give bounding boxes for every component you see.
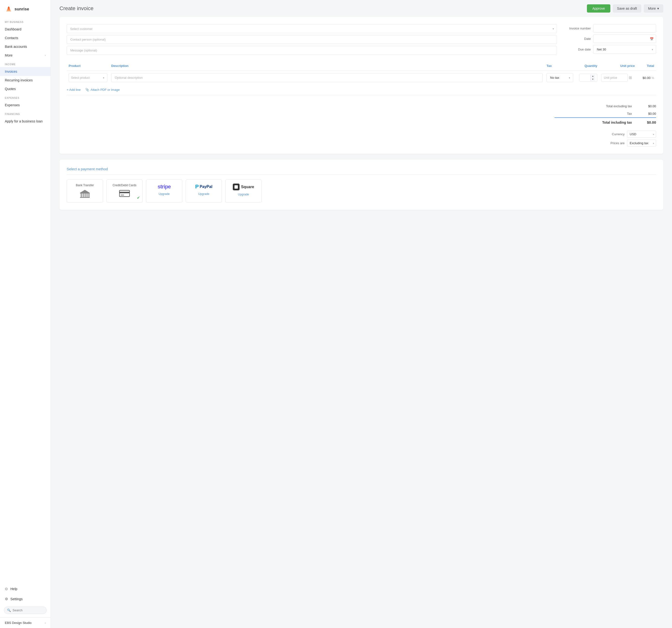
invoice-number-row: Invoice number 1 xyxy=(564,24,656,33)
invoice-card: ▾ Select customer Invoice number 1 Date xyxy=(59,17,663,154)
sidebar-item-expenses[interactable]: Expenses xyxy=(0,101,50,109)
date-row: Date 05/14/2019 📅 xyxy=(564,34,656,43)
square-icon xyxy=(233,183,240,190)
sidebar-item-contacts[interactable]: Contacts xyxy=(0,33,50,42)
date-input-wrapper: 05/14/2019 📅 xyxy=(593,34,656,43)
due-date-select-wrapper: Net 30 Net 15 Net 60 Due on receipt ▾ xyxy=(593,45,656,54)
stripe-upgrade-label[interactable]: Upgrade xyxy=(159,192,170,196)
payment-card-credit[interactable]: Credit/Debit Cards ✔ xyxy=(106,179,143,203)
search-icon: 🔍 xyxy=(7,608,11,612)
sidebar-item-more[interactable]: More › xyxy=(0,51,50,60)
paypal-upgrade-label[interactable]: Upgrade xyxy=(198,192,209,196)
table-actions: + Add line 📎 Attach PDF or image xyxy=(67,84,656,95)
sidebar-item-bank-accounts[interactable]: Bank accounts xyxy=(0,42,50,51)
invoice-meta: Invoice number 1 Date 05/14/2019 📅 Due d… xyxy=(564,24,656,54)
date-input[interactable]: 05/14/2019 xyxy=(593,34,656,43)
description-input[interactable] xyxy=(111,73,543,82)
paypal-p-icon: P xyxy=(195,183,199,190)
quantity-up-button[interactable]: ▲ xyxy=(591,75,595,78)
including-tax-value: $0.00 xyxy=(637,120,656,124)
invoice-number-label: Invoice number xyxy=(564,27,591,30)
due-date-select[interactable]: Net 30 Net 15 Net 60 Due on receipt xyxy=(593,45,656,54)
payment-section: Select a payment method Bank Transfer xyxy=(59,160,663,210)
excluding-tax-row: Total excluding tax $0.00 xyxy=(554,102,656,110)
payment-card-bank-transfer[interactable]: Bank Transfer xyxy=(67,179,103,203)
calculator-icon[interactable]: ⊞ xyxy=(629,75,632,80)
search-box[interactable]: 🔍 xyxy=(4,606,47,614)
square-inner xyxy=(235,185,238,189)
svg-rect-5 xyxy=(81,194,82,197)
square-upgrade-label[interactable]: Upgrade xyxy=(238,193,249,196)
svg-rect-13 xyxy=(121,195,124,195)
currency-select[interactable]: USD EUR GBP xyxy=(627,131,656,138)
logo-text: sunrise xyxy=(15,7,29,11)
col-quantity: Quantity xyxy=(575,62,599,71)
excluding-tax-label: Total excluding tax xyxy=(554,104,637,108)
svg-marker-1 xyxy=(6,8,11,11)
prices-are-select[interactable]: Excluding tax Including tax xyxy=(627,140,656,147)
header-actions: Approve Save as draft More ▾ xyxy=(587,4,663,12)
contact-person-input[interactable] xyxy=(67,35,557,44)
product-select[interactable] xyxy=(69,73,107,82)
due-date-row: Due date Net 30 Net 15 Net 60 Due on rec… xyxy=(564,45,656,54)
bank-transfer-icon xyxy=(79,190,90,199)
sidebar-item-help[interactable]: ⊙ Help xyxy=(0,584,50,594)
due-date-label: Due date xyxy=(564,48,591,51)
check-icon: ✔ xyxy=(137,195,140,200)
payment-card-paypal[interactable]: P PayPal Upgrade xyxy=(186,179,222,203)
payment-card-square[interactable]: Square Upgrade xyxy=(225,179,262,203)
currency-row: Currency USD EUR GBP ▾ xyxy=(554,131,656,138)
sidebar-item-settings[interactable]: ⚙ Settings xyxy=(0,594,50,604)
my-business-section-label: MY BUSINESS xyxy=(0,17,50,25)
quantity-wrapper: 1 ▲ ▼ xyxy=(579,74,597,82)
excluding-tax-value: $0.00 xyxy=(637,104,656,108)
currency-prices-section: Currency USD EUR GBP ▾ Prices are xyxy=(554,131,656,147)
table-row: ▾ Select product No tax 10% xyxy=(67,71,656,85)
add-line-button[interactable]: + Add line xyxy=(67,88,80,92)
invoice-number-input[interactable]: 1 xyxy=(593,24,656,33)
save-draft-button[interactable]: Save as draft xyxy=(613,4,642,12)
message-input[interactable] xyxy=(67,46,557,55)
pct-label: % xyxy=(651,76,654,80)
tax-label: Tax xyxy=(554,112,637,116)
search-container: 🔍 xyxy=(0,604,50,618)
paypal-logo: P PayPal xyxy=(195,183,212,190)
company-footer[interactable]: EBS Design Studio › xyxy=(0,618,50,628)
page-header: Create invoice Approve Save as draft Mor… xyxy=(51,0,672,17)
search-input[interactable] xyxy=(13,608,44,612)
chevron-down-icon: ▾ xyxy=(657,6,659,10)
sidebar-item-invoices[interactable]: Invoices xyxy=(0,67,50,76)
more-button[interactable]: More ▾ xyxy=(644,4,663,12)
sidebar-item-label: Recurring invoices xyxy=(5,78,33,82)
company-name: EBS Design Studio xyxy=(5,621,32,625)
payment-card-stripe[interactable]: stripe Upgrade xyxy=(146,179,182,203)
product-cell: ▾ Select product xyxy=(67,71,109,85)
customer-select-wrapper: ▾ Select customer xyxy=(67,24,557,33)
quantity-arrows: ▲ ▼ xyxy=(590,75,595,81)
customer-select[interactable] xyxy=(67,24,557,33)
sidebar-item-label: Expenses xyxy=(5,103,20,107)
svg-rect-3 xyxy=(80,193,90,194)
approve-button[interactable]: Approve xyxy=(587,4,610,12)
credit-card-icon xyxy=(119,190,130,198)
description-cell xyxy=(109,71,545,85)
expenses-section-label: EXPENSES xyxy=(0,93,50,101)
attach-button[interactable]: 📎 Attach PDF or image xyxy=(85,88,120,92)
unit-price-cell: ⊞ xyxy=(599,71,637,85)
invoice-line-table: Product Description Tax Quantity Unit pr… xyxy=(67,62,656,84)
quantity-input[interactable]: 1 xyxy=(579,74,590,81)
page-title: Create invoice xyxy=(59,5,94,11)
svg-rect-6 xyxy=(83,194,83,197)
sidebar-item-dashboard[interactable]: Dashboard xyxy=(0,25,50,33)
prices-are-row: Prices are Excluding tax Including tax ▾ xyxy=(554,140,656,147)
sidebar-item-recurring-invoices[interactable]: Recurring invoices xyxy=(0,76,50,84)
sidebar-item-quotes[interactable]: Quotes xyxy=(0,84,50,93)
sidebar-item-apply-loan[interactable]: Apply for a business loan xyxy=(0,117,50,126)
logo[interactable]: sunrise xyxy=(0,0,50,17)
quantity-down-button[interactable]: ▼ xyxy=(591,78,595,81)
unit-price-input[interactable] xyxy=(601,74,628,82)
invoice-top-form: ▾ Select customer Invoice number 1 Date xyxy=(67,24,656,55)
col-description: Description xyxy=(109,62,545,71)
svg-marker-2 xyxy=(7,6,10,8)
tax-select[interactable]: No tax 10% 20% xyxy=(547,73,573,82)
